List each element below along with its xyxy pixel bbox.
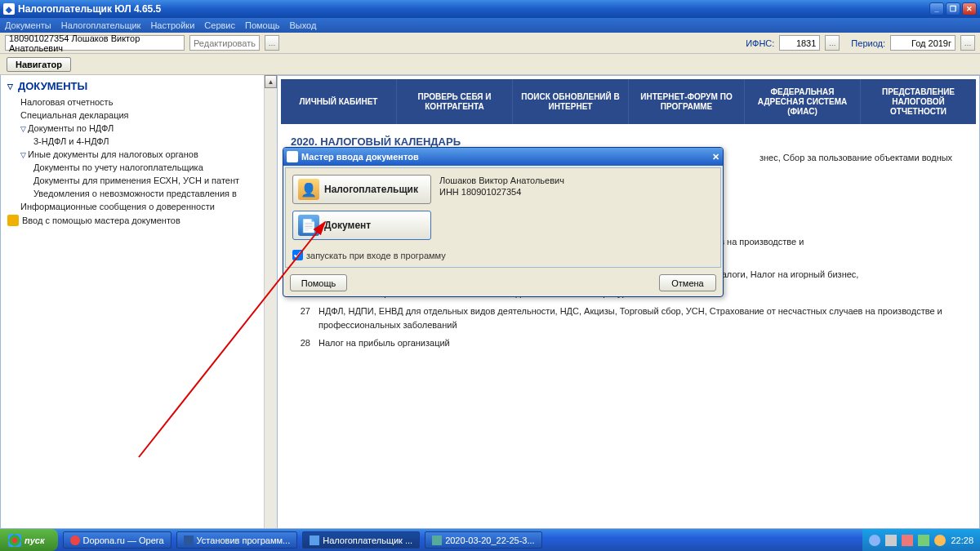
menu-taxpayer[interactable]: Налогоплательщик (61, 20, 141, 30)
tree-item[interactable]: ▽Документы по НДФЛ (7, 122, 274, 135)
menu-documents[interactable]: Документы (5, 20, 51, 30)
toolbar: 180901027354 Лошаков Виктор Анатольевич … (0, 33, 980, 54)
windows-logo-icon (8, 534, 21, 547)
system-tray[interactable]: 22:28 (862, 529, 980, 551)
tray-icon[interactable] (869, 535, 880, 546)
taskbar-item-active[interactable]: Налогоплательщик ... (302, 531, 420, 549)
navigator-button[interactable]: Навигатор (7, 57, 71, 72)
nav-personal-cabinet[interactable]: ЛИЧНЫЙ КАБИНЕТ (281, 79, 397, 124)
document-icon: 📄 (298, 215, 319, 236)
tree-subitem[interactable]: Уведомления о невозможности представлени… (7, 187, 274, 200)
nav-fias[interactable]: ФЕДЕРАЛЬНАЯ АДРЕСНАЯ СИСТЕМА (ФИАС) (745, 79, 861, 124)
edit-button[interactable]: Редактировать (189, 35, 260, 51)
scroll-up-icon[interactable]: ▲ (265, 75, 277, 88)
top-nav: ЛИЧНЫЙ КАБИНЕТ ПРОВЕРЬ СЕБЯ И КОНТРАГЕНТ… (281, 79, 976, 124)
sidebar-scrollbar[interactable]: ▲ (264, 75, 277, 528)
tree-item[interactable]: ▽Иные документы для налоговых органов (7, 148, 274, 161)
tray-icon[interactable] (885, 535, 897, 546)
tree-item[interactable]: Специальная декларация (7, 109, 274, 122)
main-area: ▽ ДОКУМЕНТЫ Налоговая отчетность Специал… (0, 75, 980, 529)
content-pane: ЛИЧНЫЙ КАБИНЕТ ПРОВЕРЬ СЕБЯ И КОНТРАГЕНТ… (278, 75, 980, 529)
chevron-down-icon: ▽ (20, 151, 26, 159)
ifns-label: ИФНС: (746, 38, 774, 48)
taxpayer-browse-button[interactable]: … (265, 35, 279, 51)
cancel-button[interactable]: Отмена (659, 274, 716, 291)
dialog-close-button[interactable]: ✕ (712, 152, 719, 162)
ifns-field[interactable]: 1831 (779, 35, 820, 51)
tray-icon[interactable] (918, 535, 929, 546)
minimize-button[interactable]: _ (929, 2, 944, 16)
taskbar-item[interactable]: 2020-03-20_22-25-3... (425, 531, 541, 549)
menu-exit[interactable]: Выход (290, 20, 317, 30)
tree-item[interactable]: Налоговая отчетность (7, 96, 274, 109)
window-title: Налогоплательщик ЮЛ 4.65.5 (18, 3, 161, 15)
person-icon: 👤 (298, 179, 319, 200)
menu-help[interactable]: Помощь (245, 20, 280, 30)
maximize-button[interactable]: ❐ (946, 2, 960, 16)
tree-item-wizard[interactable]: Ввод с помощью мастера документов (7, 213, 274, 228)
tree-root[interactable]: ▽ ДОКУМЕНТЫ (7, 80, 274, 92)
period-field[interactable]: Год 2019г (890, 35, 956, 51)
document-button[interactable]: 📄 Документ (292, 211, 431, 240)
taskbar: пуск Dopona.ru — Opera Установив програм… (0, 529, 980, 551)
autostart-checkbox[interactable] (292, 250, 303, 260)
clock[interactable]: 22:28 (951, 535, 973, 545)
taxpayer-info: Лошаков Виктор Анатольевич ИНН 180901027… (439, 175, 564, 198)
app-task-icon (310, 535, 319, 545)
dialog-icon (287, 151, 298, 162)
navigator-row: Навигатор (0, 54, 980, 75)
app-icon: ◆ (3, 3, 15, 15)
calendar-title: 2020. НАЛОГОВЫЙ КАЛЕНДАРЬ (291, 136, 979, 148)
chevron-down-icon: ▽ (7, 82, 13, 91)
wizard-icon (7, 215, 19, 226)
chevron-down-icon: ▽ (20, 125, 26, 133)
menu-settings[interactable]: Настройки (150, 20, 194, 30)
start-button[interactable]: пуск (0, 529, 58, 551)
nav-search-updates[interactable]: ПОИСК ОБНОВЛЕНИЙ В ИНТЕРНЕТ (513, 79, 629, 124)
menu-service[interactable]: Сервис (204, 20, 235, 30)
sidebar: ▽ ДОКУМЕНТЫ Налоговая отчетность Специал… (0, 75, 278, 529)
autostart-label: запускать при входе в программу (306, 251, 446, 260)
nav-check-counterparty[interactable]: ПРОВЕРЬ СЕБЯ И КОНТРАГЕНТА (397, 79, 513, 124)
image-icon (432, 535, 442, 545)
taskbar-item[interactable]: Установив программ... (176, 531, 298, 549)
tree-subitem[interactable]: Документы по учету налогоплательщика (7, 161, 274, 174)
period-browse-button[interactable]: … (960, 35, 975, 51)
help-button[interactable]: Помощь (290, 274, 347, 291)
close-button[interactable]: ✕ (962, 2, 977, 16)
taxpayer-button[interactable]: 👤 Налогоплательщик (292, 175, 431, 204)
taxpayer-field[interactable]: 180901027354 Лошаков Виктор Анатольевич (5, 35, 185, 51)
ifns-browse-button[interactable]: … (825, 35, 840, 51)
tree-subitem[interactable]: 3-НДФЛ и 4-НДФЛ (7, 135, 274, 148)
dialog-titlebar[interactable]: Мастер ввода документов ✕ (283, 148, 723, 166)
window-titlebar: ◆ Налогоплательщик ЮЛ 4.65.5 _ ❐ ✕ (0, 0, 980, 18)
word-icon (184, 535, 194, 545)
nav-internet-forum[interactable]: ИНТЕРНЕТ-ФОРУМ ПО ПРОГРАММЕ (629, 79, 745, 124)
tree-item[interactable]: Информационные сообщения о доверенности (7, 200, 274, 213)
nav-tax-reporting[interactable]: ПРЕДСТАВЛЕНИЕ НАЛОГОВОЙ ОТЧЕТНОСТИ (861, 79, 976, 124)
wizard-dialog: Мастер ввода документов ✕ 👤 Налогоплател… (283, 147, 724, 297)
tray-icon[interactable] (902, 535, 913, 546)
opera-icon (70, 535, 80, 545)
tree-subitem[interactable]: Документы для применения ЕСХН, УСН и пат… (7, 174, 274, 187)
period-label: Период: (851, 38, 885, 48)
tray-icon[interactable] (934, 535, 946, 546)
taskbar-item[interactable]: Dopona.ru — Opera (63, 531, 172, 549)
menubar: Документы Налогоплательщик Настройки Сер… (0, 18, 980, 33)
